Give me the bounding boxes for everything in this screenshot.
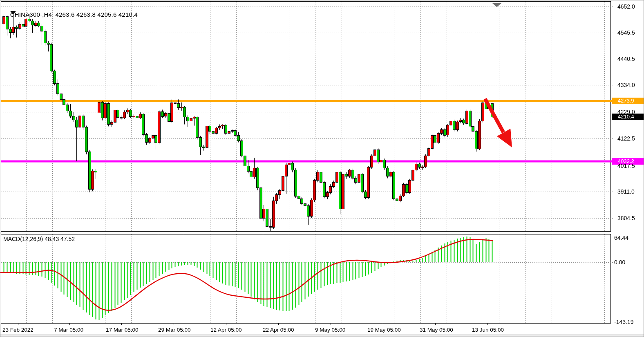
time-axis-label: 13 Jun 05:00: [472, 327, 504, 333]
macd-axis-label: -143.19: [614, 319, 633, 325]
macd-axis-label: 0.00: [614, 259, 625, 266]
time-axis-label: 9 May 05:00: [315, 327, 345, 333]
price-axis-label: 3911.0: [617, 188, 635, 195]
price-axis-label: 4229.0: [617, 109, 635, 115]
ohlc-values-label: 4263.6 4263.8 4205.6 4210.4: [55, 11, 137, 18]
time-axis-label: 17 Mar 05:00: [106, 327, 139, 333]
price-axis-label: 4652.0: [617, 3, 635, 10]
time-axis-label: 29 Mar 05:00: [158, 327, 191, 333]
price-axis-label: 3804.5: [617, 215, 635, 221]
macd-axis-label: 64.44: [614, 234, 628, 241]
price-axis-label: 4334.0: [617, 82, 635, 88]
macd-indicator-label: MACD(12,26,9) 48.43 47.52: [3, 236, 75, 242]
trading-chart-window: CHINA300-,H4 4263.6 4263.8 4205.6 4210.4…: [0, 0, 644, 337]
time-axis-label: 12 Apr 05:00: [210, 327, 242, 333]
price-chart-canvas[interactable]: [0, 0, 644, 337]
price-axis-label: 4017.5: [617, 163, 635, 169]
resistance-price-tag: 4273.9: [612, 98, 644, 104]
symbol-down-triangle-icon: [10, 11, 16, 15]
time-axis-label: 7 Mar 05:00: [54, 327, 83, 333]
time-axis-label: 23 Feb 2022: [2, 327, 34, 333]
time-axis-label: 19 May 05:00: [367, 327, 401, 333]
window-bottom-strip: [0, 335, 644, 337]
price-axis-label: 4545.5: [617, 29, 635, 36]
time-axis-label: 31 May 05:00: [420, 327, 453, 333]
chart-title: CHINA300-,H4 4263.6 4263.8 4205.6 4210.4: [3, 4, 138, 25]
price-axis-label: 4122.5: [617, 135, 635, 142]
price-axis-label: 4440.5: [617, 56, 635, 62]
time-axis-label: 22 Apr 05:00: [263, 327, 294, 333]
symbol-period-label: CHINA300-,H4: [10, 11, 52, 18]
